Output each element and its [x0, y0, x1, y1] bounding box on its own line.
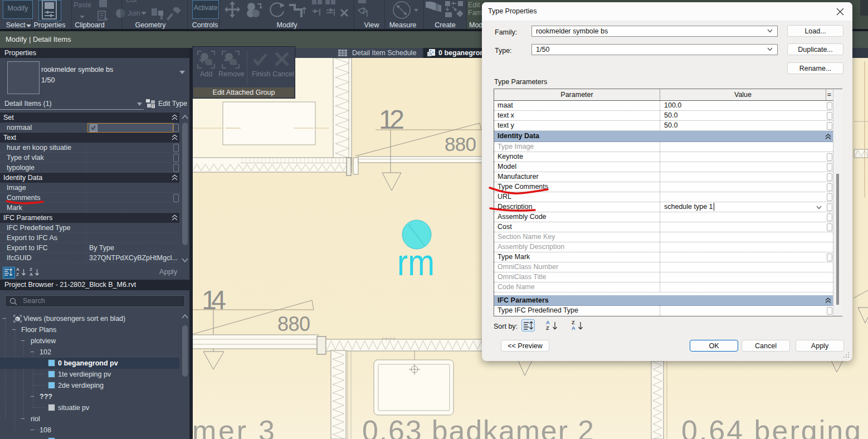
svg-text:0.63 badkamer 2: 0.63 badkamer 2 — [362, 414, 594, 439]
svg-text:880: 880 — [277, 313, 310, 335]
svg-text:880: 880 — [445, 133, 476, 155]
svg-text:rm: rm — [397, 242, 435, 283]
svg-text:mer 3: mer 3 — [192, 414, 275, 439]
svg-text:14: 14 — [202, 285, 226, 315]
